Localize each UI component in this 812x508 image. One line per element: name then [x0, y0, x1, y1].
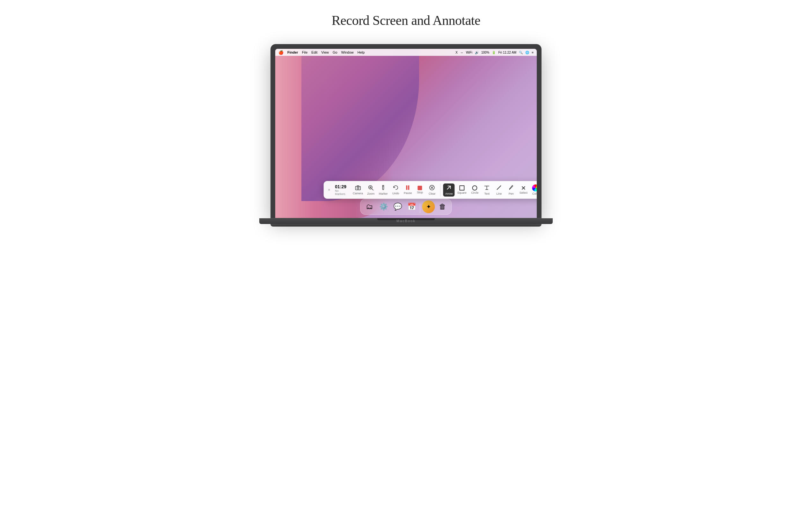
undo-button[interactable]: Undo: [390, 184, 402, 196]
pause-button[interactable]: Pause: [402, 184, 414, 196]
camera-button[interactable]: Camera: [351, 184, 365, 196]
camera-label: Camera: [353, 192, 363, 195]
toolbar-left-section: × 01:29 No Markers: [327, 183, 441, 197]
camera-icon: [355, 185, 361, 191]
toolbar-close-button[interactable]: ×: [327, 187, 331, 192]
finder-menu[interactable]: Finder: [287, 50, 298, 54]
dock-settings[interactable]: ⚙️: [377, 200, 390, 213]
menubar-battery-pct: 100%: [481, 51, 490, 54]
zoom-label: Zoom: [367, 192, 374, 195]
dock-separator: [420, 204, 420, 213]
laptop-body: 🍎 Finder File Edit View Go Window Help X…: [270, 44, 542, 218]
color-wheel-icon: [532, 184, 537, 192]
go-menu[interactable]: Go: [333, 50, 337, 54]
menubar-search-icon[interactable]: 🔍: [519, 51, 523, 54]
svg-line-15: [511, 186, 512, 187]
svg-line-4: [372, 188, 373, 190]
arrow-tool-icon: [446, 185, 452, 192]
toolbar-tools-section: Arrow Square: [442, 183, 537, 197]
circle-tool-label: Circle: [471, 191, 479, 194]
dock: 🗂 ⚙️ 💬 📅 ✦ 🗑: [360, 199, 452, 215]
select-tool-label: Select: [520, 191, 528, 194]
square-tool-icon: [459, 185, 464, 190]
clear-label: Clear: [428, 192, 436, 195]
svg-line-14: [497, 186, 501, 189]
pen-tool-button[interactable]: Pen: [505, 183, 517, 197]
laptop-bottom-edge: [270, 224, 542, 226]
marker-button[interactable]: Marker: [377, 183, 390, 197]
zoom-icon: [368, 185, 374, 192]
toolbar-timer: 01:29 No Markers: [335, 184, 349, 196]
apple-menu-icon[interactable]: 🍎: [278, 50, 283, 55]
arrow-tool-label: Arrow: [445, 192, 453, 195]
dock-trash[interactable]: 🗑: [436, 200, 449, 213]
dock-messages[interactable]: 💬: [391, 200, 404, 213]
line-tool-icon: [496, 185, 502, 192]
pause-label: Pause: [404, 192, 412, 195]
svg-point-2: [359, 187, 360, 187]
stop-icon: [418, 186, 422, 190]
select-tool-button[interactable]: Select: [517, 184, 530, 196]
line-tool-button[interactable]: Line: [493, 183, 505, 197]
svg-point-1: [357, 187, 359, 189]
menubar-globe-icon: 🌐: [525, 51, 529, 54]
pause-icon: [406, 185, 409, 191]
dock-special-app[interactable]: ✦: [422, 200, 435, 213]
annotation-toolbar: × 01:29 No Markers: [323, 181, 537, 199]
marker-icon: [381, 185, 386, 192]
screen-bezel: 🍎 Finder File Edit View Go Window Help X…: [275, 49, 537, 218]
square-tool-label: Square: [457, 191, 466, 194]
window-menu[interactable]: Window: [341, 50, 354, 54]
menubar-list-icon: ≡: [532, 51, 534, 54]
undo-label: Undo: [392, 192, 399, 195]
text-tool-icon: [484, 185, 490, 192]
clear-button[interactable]: Clear: [426, 183, 438, 197]
menubar-sound-icon: 🔊: [475, 51, 479, 54]
stop-label: Stop: [417, 191, 423, 194]
menubar: 🍎 Finder File Edit View Go Window Help X…: [275, 49, 537, 56]
text-tool-button[interactable]: Text: [481, 183, 493, 197]
menubar-arrows: ↔: [460, 51, 463, 54]
text-tool-label: Text: [485, 192, 490, 195]
timer-value: 01:29: [335, 184, 346, 189]
pen-tool-label: Pen: [509, 192, 514, 195]
macbook-label: MacBook: [397, 219, 415, 223]
marker-label: Marker: [379, 192, 388, 195]
menubar-right: X ↔ WiFi 🔊 100% 🔋 Fri 11:22 AM 🔍 🌐 ≡: [455, 51, 534, 54]
color-tool-label: Color: [532, 192, 537, 195]
view-menu[interactable]: View: [321, 50, 329, 54]
stop-button[interactable]: Stop: [414, 184, 426, 195]
menubar-battery-icon: 🔋: [492, 51, 496, 54]
file-menu[interactable]: File: [302, 50, 308, 54]
clear-icon: [429, 185, 435, 192]
page-title: Record Screen and Annotate: [332, 13, 480, 28]
circle-tool-button[interactable]: Circle: [469, 184, 481, 196]
undo-icon: [393, 185, 399, 191]
help-menu[interactable]: Help: [358, 50, 365, 54]
line-tool-label: Line: [496, 192, 502, 195]
pen-tool-icon: [509, 185, 514, 192]
dock-finder[interactable]: 🗂: [363, 200, 376, 213]
screen: 🍎 Finder File Edit View Go Window Help X…: [275, 49, 537, 218]
menubar-left: 🍎 Finder File Edit View Go Window Help: [278, 50, 365, 55]
arrow-tool-button[interactable]: Arrow: [443, 183, 455, 197]
circle-tool-icon: [472, 185, 478, 190]
timer-label: No Markers: [335, 189, 349, 196]
menubar-clock: Fri 11:22 AM: [498, 51, 516, 54]
laptop-base: MacBook: [259, 218, 553, 224]
menubar-wifi-icon: WiFi: [466, 51, 472, 54]
edit-menu[interactable]: Edit: [311, 50, 317, 54]
laptop-mockup: 🍎 Finder File Edit View Go Window Help X…: [270, 44, 542, 226]
select-tool-icon: [521, 185, 526, 190]
zoom-button[interactable]: Zoom: [365, 183, 377, 197]
menubar-status-x: X: [455, 51, 458, 54]
dock-calendar[interactable]: 📅: [405, 200, 418, 213]
square-tool-button[interactable]: Square: [455, 184, 468, 196]
color-tool-button[interactable]: Color: [530, 183, 537, 197]
svg-rect-0: [355, 186, 360, 190]
